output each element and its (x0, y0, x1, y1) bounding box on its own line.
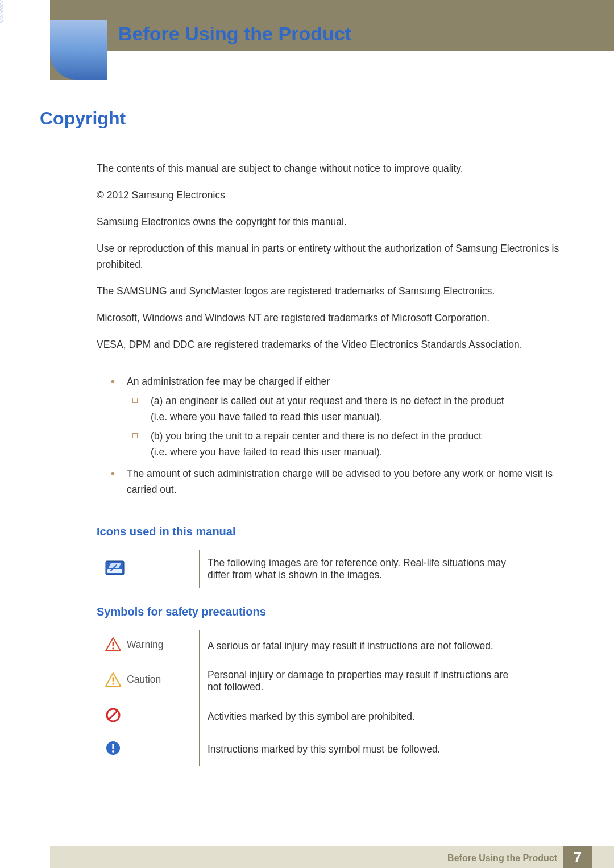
svg-line-7 (109, 711, 118, 720)
warning-label: Warning (127, 639, 164, 651)
para: Use or reproduction of this manual in pa… (97, 241, 574, 272)
para: The SAMSUNG and SyncMaster logos are reg… (97, 284, 574, 299)
para: Samsung Electronics owns the copyright f… (97, 214, 574, 230)
para: VESA, DPM and DDC are registered tradema… (97, 337, 574, 352)
table-row: Instructions marked by this symbol must … (97, 733, 517, 766)
list-item: (b) you bring the unit to a repair cente… (107, 428, 563, 444)
subheading-symbols: Symbols for safety precautions (97, 605, 574, 618)
svg-point-3 (112, 647, 114, 649)
svg-point-10 (112, 750, 114, 753)
list-item: (a) an engineer is called out at your re… (107, 393, 563, 409)
caution-label: Caution (127, 674, 161, 686)
prohibit-desc: Activities marked by this symbol are pro… (200, 700, 517, 733)
page: Before Using the Product Copyright The c… (0, 0, 614, 868)
para: Microsoft, Windows and Windows NT are re… (97, 310, 574, 326)
subheading-icons: Icons used in this manual (97, 525, 574, 538)
list-item: An administration fee may be charged if … (107, 373, 563, 389)
section-title: Copyright (40, 108, 574, 129)
para: © 2012 Samsung Electronics (97, 188, 574, 203)
header-tab-bg-blue (50, 20, 107, 80)
page-number: 7 (563, 846, 592, 868)
list-item-cont: (i.e. where you have failed to read this… (107, 444, 563, 460)
caution-icon (105, 672, 121, 687)
svg-rect-9 (112, 744, 114, 749)
prohibit-icon (105, 707, 121, 723)
chapter-title: Before Using the Product (118, 23, 351, 45)
svg-point-5 (112, 683, 114, 684)
admin-fee-box: An administration fee may be charged if … (97, 364, 574, 508)
footer-label: Before Using the Product (447, 853, 557, 863)
list-item: The amount of such administration charge… (107, 466, 563, 497)
icon-desc: The following images are for reference o… (200, 550, 517, 588)
icon-cell (97, 550, 200, 588)
note-icon (105, 560, 125, 575)
list-item-cont: (i.e. where you have failed to read this… (107, 409, 563, 425)
must-follow-icon (105, 740, 121, 756)
must-follow-desc: Instructions marked by this symbol must … (200, 733, 517, 766)
warning-desc: A serious or fatal injury may result if … (200, 630, 517, 662)
table-row: Activities marked by this symbol are pro… (97, 700, 517, 733)
svg-rect-1 (107, 569, 122, 573)
edge-stripe (0, 0, 3, 23)
icon-cell (97, 700, 200, 733)
svg-rect-4 (113, 677, 114, 682)
table-row: Warning A serious or fatal injury may re… (97, 630, 517, 662)
warning-icon (105, 637, 121, 652)
icon-cell: Caution (97, 662, 200, 700)
para: The contents of this manual are subject … (97, 161, 574, 176)
icons-table: The following images are for reference o… (97, 550, 517, 588)
symbols-table: Warning A serious or fatal injury may re… (97, 630, 517, 766)
content-area: Copyright The contents of this manual ar… (40, 108, 574, 766)
table-row: The following images are for reference o… (97, 550, 517, 588)
icon-cell: Warning (97, 630, 200, 662)
svg-rect-2 (113, 642, 114, 646)
icon-cell (97, 733, 200, 766)
caution-desc: Personal injury or damage to properties … (200, 662, 517, 700)
table-row: Caution Personal injury or damage to pro… (97, 662, 517, 700)
